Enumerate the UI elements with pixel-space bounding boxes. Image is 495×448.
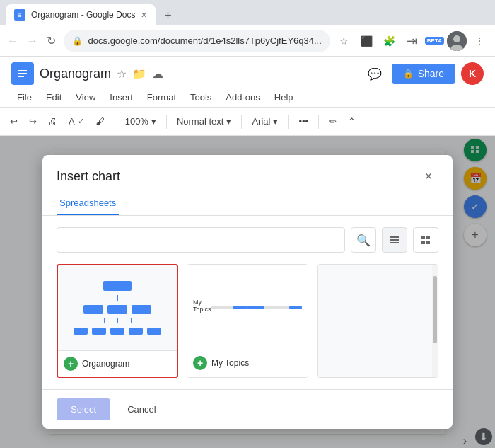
file-card-organogram[interactable]: + Organogram xyxy=(57,264,178,378)
cloud-icon[interactable]: ☁ xyxy=(152,67,163,81)
org-bot-box-4 xyxy=(129,328,143,335)
zoom-value: 100% xyxy=(125,116,148,127)
file-card-empty[interactable] xyxy=(317,264,438,378)
more-formatting[interactable]: ••• xyxy=(294,112,313,132)
docs-logo xyxy=(11,62,34,85)
search-row: 🔍 xyxy=(57,227,438,253)
svg-rect-14 xyxy=(390,242,399,243)
menu-item-format[interactable]: Format xyxy=(141,89,182,105)
org-line-1 xyxy=(117,295,118,301)
select-button[interactable]: Select xyxy=(57,398,110,420)
search-input[interactable] xyxy=(57,227,345,253)
comments-button[interactable]: 💬 xyxy=(363,62,386,85)
svg-rect-5 xyxy=(18,73,27,74)
org-bot-box-5 xyxy=(147,328,161,335)
org-top-box xyxy=(103,281,132,291)
org-bot-box-3 xyxy=(110,328,124,335)
tab-bar: ≡ Organogram - Google Docs × + xyxy=(0,0,495,25)
menu-item-edit[interactable]: Edit xyxy=(40,89,67,105)
new-tab-button[interactable]: + xyxy=(158,6,178,25)
separator-4 xyxy=(288,115,289,129)
modal-title: Insert chart xyxy=(57,169,120,184)
tab-close-button[interactable]: × xyxy=(141,9,146,21)
user-avatar-docs[interactable]: K xyxy=(461,62,484,85)
svg-rect-6 xyxy=(18,76,24,77)
puzzle-button[interactable]: 🧩 xyxy=(380,31,400,51)
topics-line-8 xyxy=(289,306,302,309)
zoom-selector[interactable]: 100% ▾ xyxy=(121,112,161,132)
modal-overlay: Insert chart × Spreadsheets 🔍 xyxy=(0,136,495,448)
list-view-button[interactable] xyxy=(382,227,407,253)
svg-rect-12 xyxy=(390,236,399,238)
mytopics-name-row: + My Topics xyxy=(187,350,308,376)
menu-item-file[interactable]: File xyxy=(11,89,37,105)
modal-close-button[interactable]: × xyxy=(419,166,438,186)
docs-title: Organogram xyxy=(40,67,111,81)
address-input[interactable]: 🔒 docs.google.com/document/d/1e4s2lls7Tp… xyxy=(64,30,330,52)
star-button[interactable]: ☆ xyxy=(334,31,354,51)
insert-chart-modal: Insert chart × Spreadsheets 🔍 xyxy=(42,155,453,429)
cancel-button[interactable]: Cancel xyxy=(116,398,167,420)
beta-badge: BETA xyxy=(425,37,444,45)
grid-view-button[interactable] xyxy=(413,227,438,253)
pencil-button[interactable]: ✏ xyxy=(325,112,341,132)
active-tab[interactable]: ≡ Organogram - Google Docs × xyxy=(6,4,156,25)
forward-button[interactable]: → xyxy=(25,30,40,52)
doc-content: an da Te Th Be we Re yo 📅 ✓ + xyxy=(0,136,495,448)
browser-frame: ≡ Organogram - Google Docs × + ← → ↻ 🔒 d… xyxy=(0,0,495,448)
address-actions: ☆ ⬛ 🧩 ⇥ BETA ⋮ xyxy=(334,31,489,51)
scroll-track xyxy=(432,265,438,377)
paint-format-button[interactable]: 🖌 xyxy=(91,112,109,132)
org-mid-box-3 xyxy=(132,305,151,314)
separator-3 xyxy=(241,115,242,129)
org-mid-row xyxy=(83,305,151,314)
back-button[interactable]: ← xyxy=(6,30,21,52)
undo-button[interactable]: ↩ xyxy=(6,112,22,132)
docs-logo-svg xyxy=(16,67,30,81)
spreadsheets-tab[interactable]: Spreadsheets xyxy=(57,192,119,215)
modal-header: Insert chart × xyxy=(42,155,453,186)
zoom-chevron: ▾ xyxy=(151,116,156,127)
spell-check-button[interactable]: A✓ xyxy=(64,112,88,132)
font-selector[interactable]: Arial ▾ xyxy=(248,112,282,132)
topics-line-2 xyxy=(211,306,233,309)
folder-icon[interactable]: 📁 xyxy=(132,67,146,81)
share-lock-icon: 🔒 xyxy=(403,69,414,79)
more-options-button[interactable]: ⋮ xyxy=(470,31,489,51)
topics-line-5 xyxy=(247,306,264,309)
menu-item-help[interactable]: Help xyxy=(269,89,299,105)
share-button[interactable]: 🔒 Share xyxy=(392,64,455,84)
menu-item-view[interactable]: View xyxy=(70,89,101,105)
scroll-thumb[interactable] xyxy=(433,276,437,343)
svg-rect-18 xyxy=(426,241,430,244)
refresh-button[interactable]: ↻ xyxy=(44,30,59,52)
file-card-mytopics[interactable]: My Topics xyxy=(187,264,308,378)
address-text: docs.google.com/document/d/1e4s2lls7Tp6y… xyxy=(88,35,322,46)
redo-button[interactable]: ↪ xyxy=(25,112,41,132)
mytopics-file-name: My Topics xyxy=(211,358,249,368)
files-grid: + Organogram My Topics xyxy=(57,264,438,378)
print-button[interactable]: 🖨 xyxy=(44,112,62,132)
forward-icon[interactable]: ⇥ xyxy=(402,31,422,51)
style-selector[interactable]: Normal text ▾ xyxy=(173,112,235,132)
docs-area: Organogram ☆ 📁 ☁ 💬 🔒 Share K xyxy=(0,57,495,448)
menu-bar: File Edit View Insert Format Tools Add-o… xyxy=(11,88,484,107)
search-icon-button[interactable]: 🔍 xyxy=(351,227,376,253)
style-value: Normal text xyxy=(177,116,223,127)
organogram-add-icon: + xyxy=(64,357,78,371)
star-icon[interactable]: ☆ xyxy=(117,67,127,81)
mytopics-thumbnail: My Topics xyxy=(187,265,308,350)
menu-item-tools[interactable]: Tools xyxy=(185,89,217,105)
organogram-name-row: + Organogram xyxy=(58,350,177,377)
menu-item-addons[interactable]: Add-ons xyxy=(220,89,265,105)
tab-favicon: ≡ xyxy=(14,9,25,21)
svg-point-1 xyxy=(453,35,460,42)
font-value: Arial xyxy=(252,116,270,127)
organogram-file-name: Organogram xyxy=(82,359,129,369)
modal-tabs: Spreadsheets xyxy=(42,192,453,216)
menu-item-insert[interactable]: Insert xyxy=(104,89,139,105)
topics-line-6 xyxy=(264,306,289,309)
cast-button[interactable]: ⬛ xyxy=(357,31,377,51)
expand-button[interactable]: ⌃ xyxy=(344,112,360,132)
user-avatar-browser[interactable] xyxy=(447,31,467,51)
